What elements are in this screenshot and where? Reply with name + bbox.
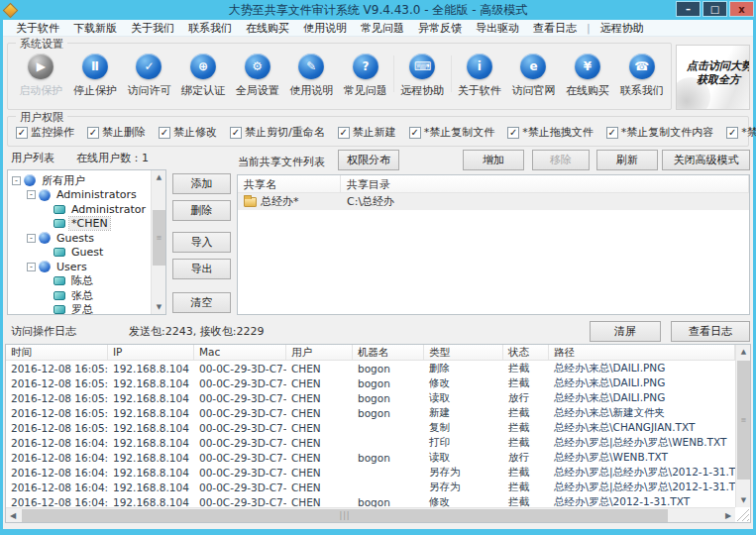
log-row[interactable]: 2016-12-08 16:05:15192.168.8.10400-0C-29… <box>6 405 735 420</box>
log-column-header-路径[interactable]: 路径 <box>549 345 735 360</box>
menu-item-在线购买[interactable]: 在线购买 <box>239 21 296 36</box>
log-column-header-机器名[interactable]: 机器名 <box>353 345 424 360</box>
permission-checkbox-item[interactable]: ✓*禁止复制文件内容 <box>606 125 714 140</box>
tree-node-Guest[interactable]: Guest <box>10 246 151 261</box>
checkbox-icon[interactable]: ✓ <box>606 127 618 139</box>
log-row[interactable]: 2016-12-08 16:04:02192.168.8.10400-0C-29… <box>6 494 735 507</box>
menu-item-使用说明[interactable]: 使用说明 <box>296 21 354 36</box>
scroll-down-icon[interactable]: ▼ <box>152 300 166 314</box>
scroll-right-icon[interactable]: ▶ <box>721 508 735 523</box>
checkbox-icon[interactable]: ✓ <box>16 127 28 139</box>
menu-item-联系我们[interactable]: 联系我们 <box>181 21 239 36</box>
permission-checkbox-item[interactable]: ✓禁止修改 <box>159 125 217 140</box>
resize-grip[interactable] <box>736 508 749 521</box>
tree-scroll-thumb[interactable]: ≡ <box>153 210 165 266</box>
log-horizontal-scrollbar[interactable]: ◀ ||| ▶ <box>6 507 735 522</box>
tree-node-Guests[interactable]: -Guests <box>10 231 151 246</box>
log-column-header-时间[interactable]: 时间 <box>6 345 108 360</box>
tool-visit-website[interactable]: e访问官网 <box>506 54 561 98</box>
tree-node-Administrators[interactable]: -Administrators <box>10 188 151 203</box>
tool-about-software[interactable]: i关于软件 <box>453 54 507 98</box>
column-header-share-dir[interactable]: 共享目录 <box>341 175 749 192</box>
scroll-up-icon[interactable]: ▲ <box>152 170 166 184</box>
checkbox-icon[interactable]: ✓ <box>726 127 738 139</box>
permission-checkbox-item[interactable]: ✓*禁止复制文件 <box>409 125 495 140</box>
menu-item-查看日志[interactable]: 查看日志 <box>526 21 584 36</box>
tree-node-Administrator[interactable]: Administrator <box>10 202 151 217</box>
promo-banner[interactable]: 点击访问大势 获取全方 <box>676 45 750 110</box>
maximize-button[interactable]: □ <box>702 1 727 17</box>
column-header-share-name[interactable]: 共享名 <box>238 175 341 192</box>
tree-node-*CHEN[interactable]: *CHEN <box>10 217 151 232</box>
checkbox-icon[interactable]: ✓ <box>409 127 421 139</box>
expander-icon[interactable]: - <box>27 190 36 199</box>
menu-item-常见问题[interactable]: 常见问题 <box>354 21 411 36</box>
clear-screen-button[interactable]: 清屏 <box>590 321 661 342</box>
tree-node-Users[interactable]: -Users <box>10 260 151 274</box>
log-hscroll-thumb[interactable]: ||| <box>22 509 668 522</box>
log-row[interactable]: 2016-12-08 16:04:13192.168.8.10400-0C-29… <box>6 450 735 465</box>
tree-node-张总[interactable]: 张总 <box>10 288 151 303</box>
scroll-down-icon[interactable]: ▼ <box>736 493 751 507</box>
log-vscroll-thumb[interactable]: ≡ <box>737 361 750 480</box>
tool-global-settings[interactable]: ⚙全局设置 <box>230 54 284 98</box>
log-row[interactable]: 2016-12-08 16:05:11192.168.8.10400-0C-29… <box>6 420 735 435</box>
permission-distribution-button[interactable]: 权限分布 <box>338 150 399 170</box>
scroll-up-icon[interactable]: ▲ <box>736 345 751 359</box>
close-button[interactable]: x <box>729 1 754 17</box>
log-row[interactable]: 2016-12-08 16:04:15192.168.8.10400-0C-29… <box>6 435 735 450</box>
scroll-left-icon[interactable]: ◀ <box>6 508 20 523</box>
minimize-button[interactable]: – <box>676 1 701 17</box>
tool-buy-online[interactable]: ¥在线购买 <box>561 54 615 98</box>
log-column-header-Mac[interactable]: Mac <box>194 345 286 360</box>
tool-stop-protect[interactable]: Ⅱ停止保护 <box>68 54 123 98</box>
log-row[interactable]: 2016-12-08 16:04:09192.168.8.10400-0C-29… <box>6 465 735 480</box>
log-column-header-用户[interactable]: 用户 <box>286 345 353 360</box>
refresh-shares-button[interactable]: 刷新 <box>596 150 658 170</box>
add-user-button[interactable]: 添加 <box>172 173 231 194</box>
tool-bind-auth[interactable]: ⊕绑定认证 <box>176 54 231 98</box>
permission-checkbox-item[interactable]: ✓*禁止另存为 <box>726 125 756 140</box>
export-users-button[interactable]: 导出 <box>172 259 231 279</box>
checkbox-icon[interactable]: ✓ <box>230 127 242 139</box>
add-share-button[interactable]: 增加 <box>463 150 524 170</box>
log-row[interactable]: 2016-12-08 16:04:05192.168.8.10400-0C-29… <box>6 480 735 494</box>
log-row[interactable]: 2016-12-08 16:05:37192.168.8.10400-0C-29… <box>6 390 735 405</box>
tree-node-陈总[interactable]: 陈总 <box>10 274 151 289</box>
log-column-header-IP[interactable]: IP <box>108 345 194 360</box>
clear-users-button[interactable]: 清空 <box>172 292 231 313</box>
view-log-button[interactable]: 查看日志 <box>671 321 750 342</box>
expander-icon[interactable]: - <box>27 263 36 271</box>
menu-item-关于我们[interactable]: 关于我们 <box>124 21 181 36</box>
permission-checkbox-item[interactable]: ✓禁止剪切/重命名 <box>230 125 325 140</box>
menu-item-导出驱动[interactable]: 导出驱动 <box>469 21 526 36</box>
checkbox-icon[interactable]: ✓ <box>87 127 99 139</box>
import-users-button[interactable]: 导入 <box>172 232 231 253</box>
tool-access-permit[interactable]: ✓访问许可 <box>122 54 176 98</box>
tool-contact-us[interactable]: ☎联系我们 <box>614 54 669 98</box>
tool-usage-manual[interactable]: ✎使用说明 <box>284 54 339 98</box>
menu-item-关于软件[interactable]: 关于软件 <box>9 21 66 36</box>
permission-checkbox-item[interactable]: ✓监控操作 <box>16 125 74 140</box>
menu-item-下载新版[interactable]: 下载新版 <box>66 21 124 36</box>
tree-node-罗总[interactable]: 罗总 <box>10 303 151 315</box>
delete-user-button[interactable]: 删除 <box>172 200 231 221</box>
log-column-header-状态[interactable]: 状态 <box>503 345 549 360</box>
log-vertical-scrollbar[interactable]: ▲ ≡ ▼ <box>735 345 750 507</box>
log-row[interactable]: 2016-12-08 16:05:37192.168.8.10400-0C-29… <box>6 375 735 390</box>
tool-faq[interactable]: ?常见问题 <box>339 54 393 98</box>
tree-scrollbar[interactable]: ▲ ≡ ▼ <box>151 170 165 314</box>
checkbox-icon[interactable]: ✓ <box>338 127 350 139</box>
checkbox-icon[interactable]: ✓ <box>507 127 519 139</box>
close-advanced-mode-button[interactable]: 关闭高级模式 <box>662 150 750 170</box>
share-row[interactable]: 总经办*C:\总经办 <box>238 193 749 210</box>
checkbox-icon[interactable]: ✓ <box>159 127 170 139</box>
permission-checkbox-item[interactable]: ✓禁止新建 <box>338 125 396 140</box>
expander-icon[interactable]: - <box>27 234 36 243</box>
permission-checkbox-item[interactable]: ✓*禁止拖拽文件 <box>507 125 594 140</box>
tool-remote-assist[interactable]: ⌨远程协助 <box>395 54 450 98</box>
expander-icon[interactable]: - <box>12 176 21 185</box>
permission-checkbox-item[interactable]: ✓禁止删除 <box>87 125 146 140</box>
menu-item-远程协助[interactable]: 远程协助 <box>594 21 651 36</box>
log-row[interactable]: 2016-12-08 16:05:38192.168.8.10400-0C-29… <box>6 361 735 375</box>
